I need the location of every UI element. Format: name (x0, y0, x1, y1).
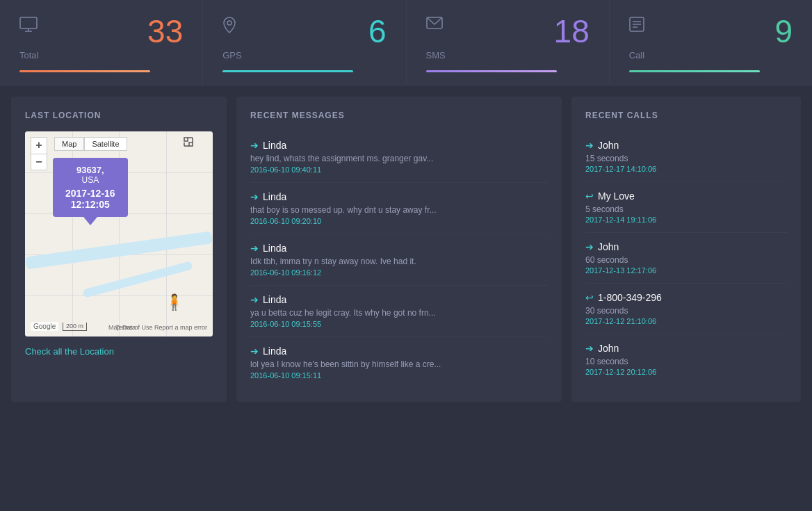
call-duration: 30 seconds (585, 306, 787, 316)
message-text: ya u betta cuz he legit cray. Its why he… (250, 308, 548, 318)
messages-list: ➔ Linda hey lind, whats the assignment m… (250, 131, 548, 388)
message-item[interactable]: ➔ Linda ya u betta cuz he legit cray. It… (250, 286, 548, 337)
call-duration: 15 seconds (585, 154, 787, 163)
call-direction-icon: ↩ (585, 190, 594, 202)
calls-title: RECENT CALLS (585, 111, 787, 120)
call-item[interactable]: ➔ John 60 seconds 2017-12-13 12:17:06 (585, 233, 787, 284)
svg-point-3 (227, 21, 232, 25)
call-icon (629, 17, 644, 36)
map-background: + − Map Satellite (25, 131, 213, 336)
map-popup: 93637, USA 2017-12-16 12:12:05 (53, 158, 128, 217)
message-direction-icon: ➔ (250, 243, 259, 254)
stat-value-gps: 6 (368, 15, 387, 47)
location-panel: LAST LOCATION + − (11, 97, 227, 402)
call-name: ↩ My Love (585, 190, 787, 202)
map-terms: Terms of Use Report a map error (115, 324, 207, 331)
calls-list: ➔ John 15 seconds 2017-12-17 14:10:06 ↩ … (585, 131, 787, 384)
message-sender-name: Linda (263, 243, 286, 254)
call-time: 2017-12-12 21:10:06 (585, 317, 787, 325)
message-sender-name: Linda (263, 140, 286, 151)
stat-label-call: Call (629, 50, 793, 60)
map-road (82, 261, 193, 298)
map-container: + − Map Satellite (25, 131, 213, 336)
call-item[interactable]: ↩ 1-800-349-296 30 seconds 2017-12-12 21… (585, 284, 787, 334)
message-direction-icon: ➔ (250, 191, 259, 202)
message-time: 2016-06-10 09:15:55 (250, 320, 548, 328)
monitor-icon (19, 17, 38, 36)
map-scale: 200 m (63, 323, 87, 331)
call-contact-name: John (598, 343, 619, 354)
message-item[interactable]: ➔ Linda Idk tbh, imma try n stay away no… (250, 234, 548, 286)
call-time: 2017-12-17 14:10:06 (585, 165, 787, 173)
calls-panel: RECENT CALLS ➔ John 15 seconds 2017-12-1… (571, 97, 801, 402)
stat-underline-total (19, 70, 150, 72)
message-sender-name: Linda (263, 191, 286, 202)
messages-panel: RECENT MESSAGES ➔ Linda hey lind, whats … (236, 97, 562, 402)
map-tab-map[interactable]: Map (54, 137, 84, 151)
message-sender: ➔ Linda (250, 191, 548, 202)
map-time: 12:12:05 (65, 199, 115, 210)
message-sender: ➔ Linda (250, 294, 548, 305)
svg-rect-10 (189, 143, 193, 146)
check-location-link[interactable]: Check all the Location (25, 346, 114, 357)
call-time: 2017-12-12 20:12:06 (585, 368, 787, 376)
message-sender-name: Linda (263, 294, 286, 305)
main-content: LAST LOCATION + − (0, 86, 812, 413)
map-date: 2017-12-16 (65, 188, 115, 199)
call-duration: 10 seconds (585, 357, 787, 366)
map-type-tabs: Map Satellite (54, 137, 127, 151)
stat-underline-call (629, 70, 760, 72)
stat-label-sms: SMS (426, 50, 590, 60)
call-contact-name: 1-800-349-296 (598, 292, 662, 303)
stats-bar: 33 Total 6 GPS 18 SMS 9 Call (0, 0, 812, 86)
stat-value-total: 33 (147, 15, 183, 47)
stat-label-gps: GPS (222, 50, 386, 60)
stat-value-call: 9 (774, 15, 793, 47)
message-text: hey lind, whats the assignment ms. grang… (250, 154, 548, 163)
message-sender-name: Linda (263, 346, 286, 357)
stat-value-sms: 18 (554, 15, 590, 47)
call-duration: 5 seconds (585, 204, 787, 214)
map-zoom-in[interactable]: + (31, 137, 47, 154)
message-sender: ➔ Linda (250, 140, 548, 151)
message-time: 2016-06-10 09:40:11 (250, 165, 548, 174)
map-address-top: 93637, (65, 165, 115, 175)
map-google-logo: Google (31, 322, 58, 331)
message-direction-icon: ➔ (250, 294, 259, 305)
call-name: ➔ John (585, 343, 787, 354)
call-item[interactable]: ➔ John 10 seconds 2017-12-12 20:12:06 (585, 334, 787, 384)
stat-underline-sms (426, 70, 557, 72)
call-direction-icon: ➔ (585, 140, 594, 151)
call-name: ➔ John (585, 140, 787, 151)
call-contact-name: My Love (598, 190, 635, 202)
call-item[interactable]: ↩ My Love 5 seconds 2017-12-14 19:11:06 (585, 182, 787, 233)
message-item[interactable]: ➔ Linda lol yea I know he's been sittin … (250, 337, 548, 388)
message-item[interactable]: ➔ Linda that boy is so messed up. why dn… (250, 183, 548, 234)
call-time: 2017-12-13 12:17:06 (585, 266, 787, 275)
call-direction-icon: ↩ (585, 292, 594, 303)
stat-underline-gps (222, 70, 353, 72)
map-person-marker: 🧍 (165, 293, 184, 311)
stat-card-sms: 18 SMS (407, 0, 610, 85)
call-duration: 60 seconds (585, 255, 787, 265)
map-zoom-controls: + − (31, 137, 47, 170)
call-direction-icon: ➔ (585, 241, 594, 252)
message-time: 2016-06-10 09:20:10 (250, 217, 548, 225)
stat-card-call: 9 Call (610, 0, 812, 85)
message-item[interactable]: ➔ Linda hey lind, whats the assignment m… (250, 131, 548, 183)
call-direction-icon: ➔ (585, 343, 594, 354)
map-zoom-out[interactable]: − (31, 154, 47, 170)
message-direction-icon: ➔ (250, 346, 259, 357)
message-sender: ➔ Linda (250, 346, 548, 357)
call-item[interactable]: ➔ John 15 seconds 2017-12-17 14:10:06 (585, 131, 787, 182)
message-text: Idk tbh, imma try n stay away now. Ive h… (250, 257, 548, 266)
call-contact-name: John (598, 241, 619, 252)
svg-rect-9 (184, 138, 188, 141)
stat-label-total: Total (19, 50, 183, 60)
map-expand-icon[interactable] (184, 137, 193, 149)
map-tab-satellite[interactable]: Satellite (84, 137, 127, 151)
gps-icon (222, 17, 236, 38)
call-time: 2017-12-14 19:11:06 (585, 216, 787, 224)
messages-title: RECENT MESSAGES (250, 111, 548, 120)
message-time: 2016-06-10 09:16:12 (250, 268, 548, 277)
